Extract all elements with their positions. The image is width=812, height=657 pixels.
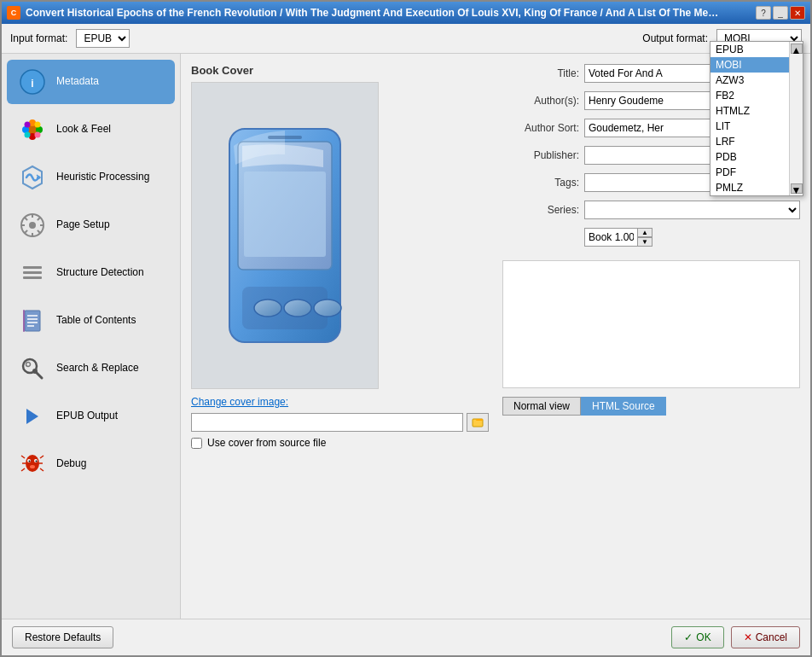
svg-point-7	[25, 122, 31, 128]
book-number-up[interactable]: ▲	[637, 228, 652, 237]
close-button[interactable]: ✕	[790, 6, 805, 20]
structure-icon	[17, 258, 48, 288]
epub-output-icon	[17, 401, 48, 432]
dropdown-scrollbar: ▲ ▼	[789, 42, 803, 195]
page-setup-icon	[17, 210, 48, 241]
title-label: Title:	[502, 67, 579, 79]
series-row: Series:	[502, 201, 800, 219]
format-option-azw3-dd[interactable]: AZW3	[710, 73, 789, 88]
svg-point-52	[254, 299, 281, 317]
input-format-select[interactable]: EPUB	[76, 29, 130, 48]
cover-input-row	[191, 413, 489, 432]
svg-line-43	[40, 456, 44, 458]
series-label: Series:	[502, 204, 579, 216]
format-option-lit-dd[interactable]: LIT	[710, 119, 789, 134]
format-option-mobi-dd[interactable]: MOBI	[710, 57, 789, 73]
sidebar-item-debug[interactable]: Debug	[7, 442, 175, 486]
use-cover-checkbox[interactable]	[191, 438, 202, 449]
format-option-fb2-dd[interactable]: FB2	[710, 88, 789, 103]
footer-right: ✓ OK ✕ Cancel	[671, 626, 800, 648]
svg-point-54	[314, 299, 341, 317]
svg-point-39	[29, 461, 31, 462]
sidebar-label-epub-output: EPUB Output	[56, 410, 118, 423]
scroll-down-arrow[interactable]: ▼	[791, 183, 803, 194]
svg-rect-50	[244, 172, 326, 257]
window-title: Convert Historical Epochs of the French …	[26, 7, 725, 19]
svg-line-21	[25, 230, 27, 233]
search-replace-icon	[17, 353, 48, 384]
help-button[interactable]: ?	[756, 6, 771, 20]
svg-point-13	[29, 222, 36, 229]
svg-point-8	[35, 122, 41, 128]
format-option-pdf-dd[interactable]: PDF	[710, 165, 789, 180]
sidebar-item-heuristic[interactable]: Heuristic Processing	[7, 155, 175, 200]
sidebar-label-metadata: Metadata	[56, 75, 99, 89]
restore-defaults-button[interactable]: Restore Defaults	[12, 626, 113, 648]
svg-point-34	[32, 369, 38, 374]
use-cover-label: Use cover from source file	[207, 437, 326, 449]
sidebar: i Metadata	[2, 54, 181, 619]
format-option-htmlz-dd[interactable]: HTMLZ	[710, 103, 789, 119]
toolbar: Input format: EPUB Output format: EPUB M…	[2, 24, 810, 54]
scroll-up-arrow[interactable]: ▲	[791, 44, 803, 54]
svg-point-32	[26, 363, 31, 367]
format-option-pmlz-dd[interactable]: PMLZ	[710, 180, 789, 195]
format-option-epub-dd[interactable]: EPUB	[710, 42, 789, 57]
main-content: i Metadata	[2, 54, 810, 619]
cancel-label: Cancel	[756, 631, 787, 643]
sidebar-label-structure: Structure Detection	[56, 266, 144, 280]
format-option-lrf-dd[interactable]: LRF	[710, 134, 789, 149]
sidebar-label-toc: Table of Contents	[56, 314, 136, 328]
cover-panel: Book Cover	[191, 64, 489, 449]
browse-button[interactable]	[467, 413, 489, 432]
cancel-button[interactable]: ✕ Cancel	[731, 626, 800, 648]
svg-rect-23	[23, 271, 42, 274]
publisher-label: Publisher:	[502, 149, 579, 161]
sidebar-item-structure[interactable]: Structure Detection	[7, 251, 175, 295]
svg-point-36	[26, 455, 39, 472]
svg-line-18	[25, 218, 27, 220]
use-cover-row: Use cover from source file	[191, 437, 489, 449]
format-option-pdb-dd[interactable]: PDB	[710, 149, 789, 165]
sidebar-label-heuristic: Heuristic Processing	[56, 171, 149, 184]
ok-label: OK	[696, 631, 710, 643]
series-select[interactable]	[584, 201, 800, 219]
heuristic-icon	[17, 162, 48, 193]
cover-image-container	[191, 82, 379, 389]
svg-marker-35	[26, 409, 38, 424]
sidebar-label-look-feel: Look & Feel	[56, 123, 111, 137]
sidebar-item-toc[interactable]: Table of Contents	[7, 299, 175, 343]
sidebar-item-search-replace[interactable]: Search & Replace	[7, 346, 175, 391]
book-number-input-row: ▲ ▼	[584, 228, 652, 247]
sidebar-item-look-feel[interactable]: Look & Feel	[7, 108, 175, 152]
book-number-input[interactable]	[584, 228, 637, 247]
input-format-label: Input format:	[10, 32, 67, 44]
normal-view-tab[interactable]: Normal view	[502, 397, 581, 416]
book-cover-title: Book Cover	[191, 64, 489, 77]
html-source-tab[interactable]: HTML Source	[581, 397, 666, 416]
ok-checkmark-icon: ✓	[684, 631, 693, 643]
svg-line-42	[21, 456, 25, 458]
title-bar: C Convert Historical Epochs of the Frenc…	[2, 2, 810, 24]
footer: Restore Defaults ✓ OK ✕ Cancel	[2, 619, 810, 655]
book-number-spinner: ▲ ▼	[637, 228, 652, 247]
svg-rect-24	[23, 276, 42, 279]
sidebar-item-metadata[interactable]: i Metadata	[7, 60, 175, 104]
change-cover-link[interactable]: Change cover image:	[191, 396, 489, 408]
book-number-down[interactable]: ▼	[637, 237, 652, 247]
svg-rect-25	[25, 311, 40, 331]
svg-line-19	[38, 230, 40, 233]
sidebar-item-epub-output[interactable]: EPUB Output	[7, 394, 175, 439]
author-sort-label: Author Sort:	[502, 122, 579, 134]
format-dropdown-overlay: EPUB MOBI AZW3 FB2 HTMLZ LIT LRF PDB PDF…	[710, 41, 803, 196]
minimize-button[interactable]: _	[773, 6, 788, 20]
sidebar-item-page-setup[interactable]: Page Setup	[7, 203, 175, 247]
authors-label: Author(s):	[502, 95, 579, 107]
look-feel-icon	[17, 114, 48, 145]
book-number-row: ▲ ▼	[502, 228, 800, 247]
ok-button[interactable]: ✓ OK	[671, 626, 723, 648]
cover-image-input[interactable]	[191, 413, 463, 432]
svg-rect-22	[23, 266, 42, 269]
toc-icon	[17, 305, 48, 336]
svg-point-40	[36, 461, 38, 462]
